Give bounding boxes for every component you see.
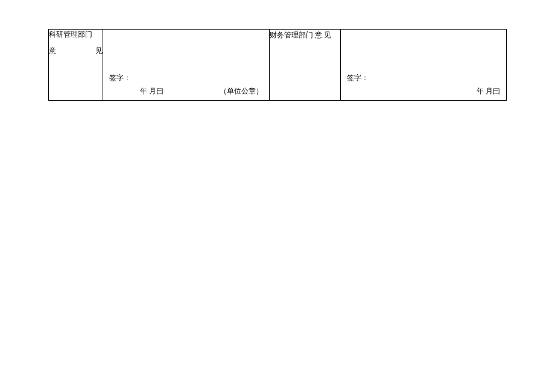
finance-sign-label: 签字： xyxy=(347,73,369,83)
research-dept-line2: 意 见 xyxy=(49,46,103,56)
finance-dept-signature-cell: 签字： 年 月曰 xyxy=(340,30,507,101)
document-page: 科研管理部门 意 见 签字： 年 月曰 （单位公章） 财务管理部门 意 见 签字… xyxy=(0,0,555,101)
research-date-text: 年 月曰 xyxy=(140,87,163,95)
table-row: 科研管理部门 意 见 签字： 年 月曰 （单位公章） 财务管理部门 意 见 签字… xyxy=(49,30,507,101)
research-dept-line1: 科研管理部门 xyxy=(49,30,103,40)
research-date-seal-line: 年 月曰 （单位公章） xyxy=(140,86,263,96)
approval-table: 科研管理部门 意 见 签字： 年 月曰 （单位公章） 财务管理部门 意 见 签字… xyxy=(48,29,507,101)
finance-date-line: 年 月曰 xyxy=(477,86,500,96)
finance-dept-label: 财务管理部门 意 见 xyxy=(270,30,340,41)
research-seal-text: （单位公章） xyxy=(220,87,263,95)
finance-dept-label-cell: 财务管理部门 意 见 xyxy=(269,30,340,101)
research-dept-signature-cell: 签字： 年 月曰 （单位公章） xyxy=(103,30,270,101)
finance-date-text: 年 月曰 xyxy=(477,87,500,95)
research-sign-label: 签字： xyxy=(109,73,131,83)
research-dept-label-cell: 科研管理部门 意 见 xyxy=(49,30,103,101)
